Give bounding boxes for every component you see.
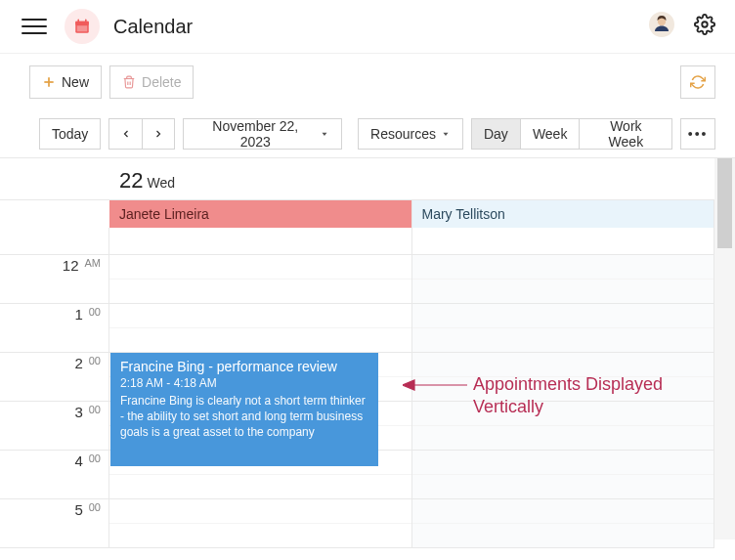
allday-cell-1[interactable] — [412, 228, 715, 254]
date-picker[interactable]: November 22, 2023 — [183, 118, 342, 150]
more-button[interactable]: ••• — [680, 118, 715, 150]
time-label: 200 — [0, 353, 109, 401]
svg-marker-10 — [323, 133, 327, 136]
time-label: 300 — [0, 402, 109, 450]
event-time: 2:18 AM - 4:18 AM — [120, 376, 368, 390]
svg-rect-3 — [85, 20, 87, 23]
date-header: 22Wed — [109, 158, 714, 199]
user-avatar[interactable] — [649, 12, 674, 41]
hamburger-menu[interactable] — [22, 19, 47, 34]
prev-button[interactable] — [108, 118, 142, 150]
today-button[interactable]: Today — [39, 118, 101, 150]
calendar-app-icon — [65, 9, 100, 44]
time-label: 100 — [0, 304, 109, 352]
view-work-week[interactable]: Work Week — [579, 118, 672, 150]
time-label: 500 — [0, 499, 109, 547]
resources-dropdown[interactable]: Resources — [358, 118, 463, 150]
scroll-thumb[interactable] — [717, 158, 732, 248]
trash-icon — [122, 75, 136, 89]
view-day[interactable]: Day — [471, 118, 520, 150]
time-grid[interactable]: 12AM 100 200 300 400 500 — [0, 255, 714, 548]
event-description: Francine Bing is clearly not a short ter… — [120, 393, 368, 441]
svg-rect-4 — [77, 25, 88, 31]
vertical-scrollbar[interactable] — [714, 158, 735, 539]
plus-icon — [42, 75, 56, 89]
allday-cell-0[interactable] — [109, 228, 412, 254]
time-label: 400 — [0, 451, 109, 498]
refresh-button[interactable] — [680, 65, 715, 99]
delete-button[interactable]: Delete — [109, 65, 194, 99]
view-week[interactable]: Week — [520, 118, 580, 150]
chevron-right-icon — [152, 128, 164, 140]
chevron-left-icon — [120, 128, 132, 140]
resource-header-0[interactable]: Janete Limeira — [109, 200, 412, 228]
settings-gear-icon[interactable] — [694, 14, 715, 39]
app-title: Calendar — [113, 16, 193, 38]
time-label: 12AM — [0, 255, 109, 303]
delete-button-label: Delete — [142, 74, 181, 90]
calendar-event[interactable]: Francine Bing - performance review 2:18 … — [110, 353, 378, 466]
refresh-icon — [690, 74, 706, 90]
svg-rect-2 — [78, 20, 80, 23]
resource-header-1[interactable]: Mary Tellitson — [412, 200, 715, 228]
caret-down-icon — [320, 129, 329, 139]
svg-rect-1 — [75, 22, 89, 25]
svg-point-7 — [702, 22, 708, 27]
new-button[interactable]: New — [29, 65, 102, 99]
caret-down-icon — [441, 129, 451, 139]
new-button-label: New — [62, 74, 89, 90]
event-title: Francine Bing - performance review — [120, 359, 368, 374]
next-button[interactable] — [142, 118, 175, 150]
svg-marker-11 — [443, 133, 448, 136]
